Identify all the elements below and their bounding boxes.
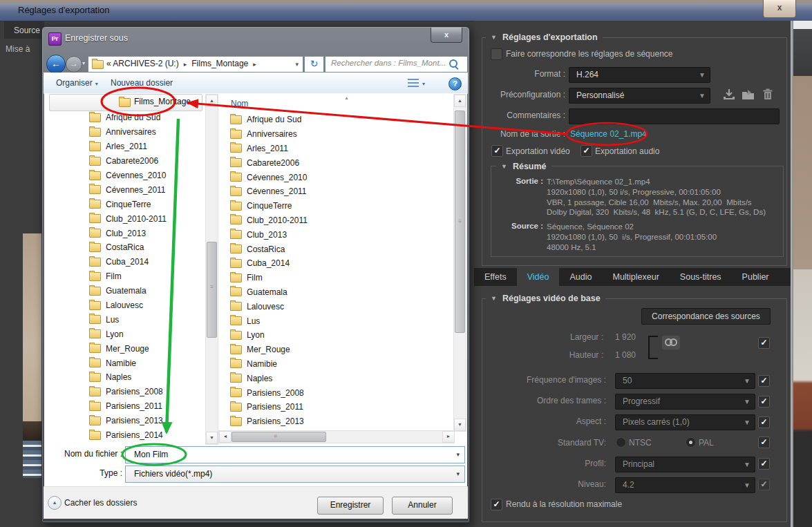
level-select[interactable]: 4.2▼ [615,477,755,493]
file-list-item[interactable]: Guatemala [218,285,452,300]
dialog-close-button[interactable]: x [431,28,462,43]
file-list-item[interactable]: Lalouvesc [218,299,452,314]
breadcrumb[interactable]: « ARCHIVES-2 (U:)▸Films_Montage▸ ▾ [88,56,303,73]
tree-folder-item[interactable]: Parisiens_2014 [42,428,205,443]
tree-folder-item[interactable]: Parisiens_2008 [42,385,205,399]
file-list-item[interactable]: Film [218,271,452,285]
profile-checkbox[interactable]: ✓ [758,458,770,470]
file-list-item[interactable]: Cuba_2014 [218,256,452,271]
tree-folder-item[interactable]: Afrique du Sud [42,111,205,125]
export-audio-checkbox[interactable]: ✓ [580,145,592,157]
breadcrumb-folder[interactable]: Films_Montage [191,59,248,68]
organize-menu[interactable]: Organiser▾ [56,78,98,88]
tree-folder-item[interactable]: Cévennes_2011 [42,182,205,197]
file-list-item[interactable]: Cabarete2006 [218,155,452,170]
export-video-checkbox[interactable]: ✓ [491,145,503,157]
aspect-checkbox[interactable]: ✓ [758,416,770,428]
dimensions-checkbox[interactable]: ✓ [758,337,770,349]
export-settings-header[interactable]: ▼Réglages d'exportation [486,32,603,43]
scroll-right-icon[interactable]: ► [442,431,455,443]
back-button[interactable]: ← [46,55,66,74]
scroll-left-icon[interactable]: ◄ [219,431,232,443]
tree-folder-item[interactable]: Club_2010-2011 [42,211,205,226]
file-list-item[interactable]: CostaRica [218,242,452,256]
hide-folders-label[interactable]: Cacher les dossiers [64,498,137,508]
scroll-down-icon[interactable]: ▼ [206,432,218,444]
tree-folder-item[interactable]: Arles_2011 [42,140,205,154]
list-scrollbar-thumb[interactable]: ≡ [455,111,465,333]
cancel-button[interactable]: Annuler [392,497,453,515]
horizontal-scrollbar[interactable]: ◄ ≡ ► [218,430,455,443]
new-folder-button[interactable]: Nouveau dossier [111,78,173,88]
match-sequence-checkbox[interactable] [491,48,502,60]
file-list-item[interactable]: Naples [218,371,452,385]
forward-button[interactable]: → [66,56,82,73]
tree-folder-item[interactable]: Parisiens_2013 [42,414,205,428]
file-list-item[interactable]: Namibie [218,357,452,372]
save-button[interactable]: Enregistrer [317,497,384,515]
tree-folder-item[interactable]: Cévennes_2010 [42,169,205,183]
file-list-item[interactable]: Cévennes_2010 [218,170,452,184]
search-input[interactable]: Rechercher dans : Films_Mont... [325,56,468,73]
tree-folder-item[interactable]: Guatemala [42,284,205,298]
help-icon[interactable]: ? [449,77,462,90]
tree-folder-item[interactable]: Parisiens_2011 [42,399,205,414]
tree-folder-item[interactable]: Anniversaires [42,125,205,140]
export-tab-audio[interactable]: Audio [559,268,602,286]
file-list-item[interactable]: Lyon [218,328,452,343]
view-mode-icon[interactable] [408,79,419,88]
export-tab-sous-titres[interactable]: Sous-titres [670,268,732,286]
output-name-link[interactable]: Séquence 02_1.mp4 [570,129,647,139]
file-list-item[interactable]: Afrique du Sud [218,113,452,127]
sort-ascending-icon[interactable]: ▲ [344,95,349,100]
hide-folders-icon[interactable]: ▴ [48,496,62,510]
nav-history-dropdown-icon[interactable]: ▾ [82,60,85,66]
level-checkbox[interactable]: ✓ [758,479,770,490]
tree-folder-item[interactable]: Namibie [42,356,205,370]
file-list-item[interactable]: Parisiens_2011 [218,400,452,414]
tree-folder-item[interactable]: Lus [42,312,205,327]
tree-folder-item[interactable]: CostaRica [42,240,205,255]
tree-folder-item[interactable]: Cuba_2014 [42,255,205,269]
tv-standard-checkbox[interactable]: ✓ [758,437,770,448]
tree-folder-item[interactable]: Mer_Rouge [42,341,205,356]
filetype-select[interactable]: Fichiers vidéo(*.mp4) ▾ [125,466,465,483]
filename-input[interactable]: Mon Film ▾ [125,446,465,463]
file-list-item[interactable]: Club_2013 [218,227,452,242]
export-tab-effets[interactable]: Effets [474,268,517,286]
comments-input[interactable] [569,108,780,124]
window-close-button[interactable]: x [763,0,796,18]
current-folder-item[interactable]: Films_Montage [49,94,202,111]
aspect-select[interactable]: Pixels carrés (1,0)▼ [615,414,755,430]
framerate-select[interactable]: 50▼ [615,373,755,389]
pal-radio[interactable] [686,437,696,448]
file-list-item[interactable]: Mer_Rouge [218,343,452,357]
refresh-button[interactable]: ↻ [304,56,324,73]
breadcrumb-dropdown-icon[interactable]: ▾ [295,57,299,71]
chevron-down-icon[interactable]: ▾ [456,451,460,458]
breadcrumb-drive[interactable]: ARCHIVES-2 (U:) [113,59,178,68]
file-list-item[interactable]: Club_2010-2011 [218,213,452,228]
framerate-checkbox[interactable]: ✓ [758,375,770,387]
file-list-item[interactable]: Parisiens_2008 [218,385,452,400]
file-list-item[interactable]: Parisiens_2013 [218,414,452,429]
format-select[interactable]: H.264▼ [569,67,710,83]
preset-select[interactable]: Personnalisé▼ [569,88,710,104]
match-sources-button[interactable]: Correspondance des sources [641,308,771,325]
horizontal-scrollbar-thumb[interactable]: ≡ [232,432,326,442]
export-tab-publier[interactable]: Publier [732,268,780,286]
video-settings-header[interactable]: ▼Réglages vidéo de base [486,293,605,304]
scroll-up-icon[interactable]: ▲ [454,95,466,107]
source-tab-label[interactable]: Source [14,26,40,35]
scroll-up-icon[interactable]: ▲ [206,95,218,107]
render-max-checkbox[interactable]: ✓ [491,499,502,510]
file-list-item[interactable]: CinqueTerre [218,199,452,213]
delete-preset-icon[interactable] [761,88,775,101]
tree-folder-item[interactable]: Lyon [42,327,205,341]
tree-folder-item[interactable]: Lalouvesc [42,298,205,313]
file-list-item[interactable]: Lus [218,314,452,328]
export-tab-multiplexeur[interactable]: Multiplexeur [602,268,669,286]
summary-header[interactable]: ▼Résumé [496,161,551,172]
field-order-select[interactable]: Progressif▼ [615,394,755,410]
view-mode-dropdown-icon[interactable]: ▾ [422,81,425,87]
